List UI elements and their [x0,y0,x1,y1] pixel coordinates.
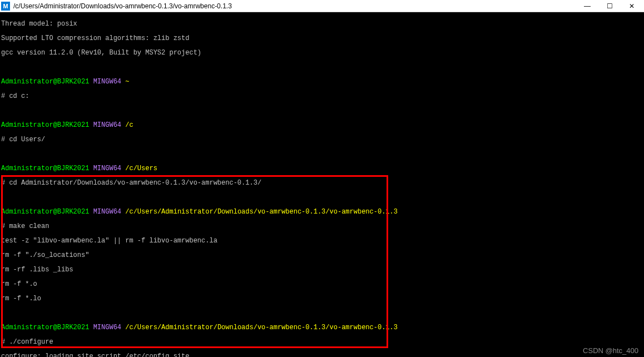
minimize-button[interactable]: — [576,0,598,12]
output-line: Supported LTO compression algorithms: zl… [1,35,643,42]
terminal-output[interactable]: Thread model: posix Supported LTO compre… [0,12,644,357]
user-host: Administrator@BJRK2021 [1,121,89,129]
blank-line [1,151,643,158]
window-controls: — ☐ ✕ [576,0,643,12]
cwd-path: ~ [125,78,129,86]
user-host: Administrator@BJRK2021 [1,78,89,86]
output-line: rm -f *.lo [1,295,643,303]
command-line: # cd c: [1,93,643,100]
command-line: # ./configure [1,339,643,346]
output-line: test -z "libvo-amrwbenc.la" || rm -f lib… [1,237,643,245]
user-host: Administrator@BJRK2021 [1,165,89,172]
blank-line [1,194,643,201]
watermark-text: CSDN @htc_400 [583,346,638,355]
prompt-line: Administrator@BJRK2021 MINGW64 /c/Users/… [1,209,643,216]
prompt-line: Administrator@BJRK2021 MINGW64 /c/Users/… [1,324,643,331]
command-line: # cd Users/ [1,136,643,143]
cwd-path: /c/Users/Administrator/Downloads/vo-amrw… [125,208,398,216]
prompt-line: Administrator@BJRK2021 MINGW64 ~ [1,78,643,86]
env-name: MINGW64 [93,165,121,172]
window-titlebar: M /c/Users/Administrator/Downloads/vo-am… [0,0,644,12]
output-line: configure: loading site script /etc/conf… [1,353,643,357]
cwd-path: /c [125,121,133,129]
window-title: /c/Users/Administrator/Downloads/vo-amrw… [13,2,576,10]
maximize-button[interactable]: ☐ [598,0,621,12]
output-line: rm -f *.o [1,281,643,288]
env-name: MINGW64 [93,78,121,86]
command-line: # make clean [1,223,643,230]
output-line: rm -rf .libs _libs [1,266,643,274]
command-line: # cd Administrator/Downloads/vo-amrwbenc… [1,180,643,187]
env-name: MINGW64 [93,121,121,129]
cwd-path: /c/Users [125,165,157,172]
user-host: Administrator@BJRK2021 [1,208,89,216]
output-line: rm -f "./so_locations" [1,252,643,259]
blank-line [1,107,643,115]
msys2-icon: M [1,2,10,11]
close-button[interactable]: ✕ [621,0,643,12]
cwd-path: /c/Users/Administrator/Downloads/vo-amrw… [125,324,398,331]
output-line: Thread model: posix [1,21,643,28]
blank-line [1,64,643,71]
prompt-line: Administrator@BJRK2021 MINGW64 /c [1,122,643,129]
blank-line [1,310,643,317]
user-host: Administrator@BJRK2021 [1,324,89,331]
env-name: MINGW64 [93,324,121,331]
prompt-line: Administrator@BJRK2021 MINGW64 /c/Users [1,165,643,172]
output-line: gcc version 11.2.0 (Rev10, Built by MSYS… [1,49,643,57]
env-name: MINGW64 [93,208,121,216]
